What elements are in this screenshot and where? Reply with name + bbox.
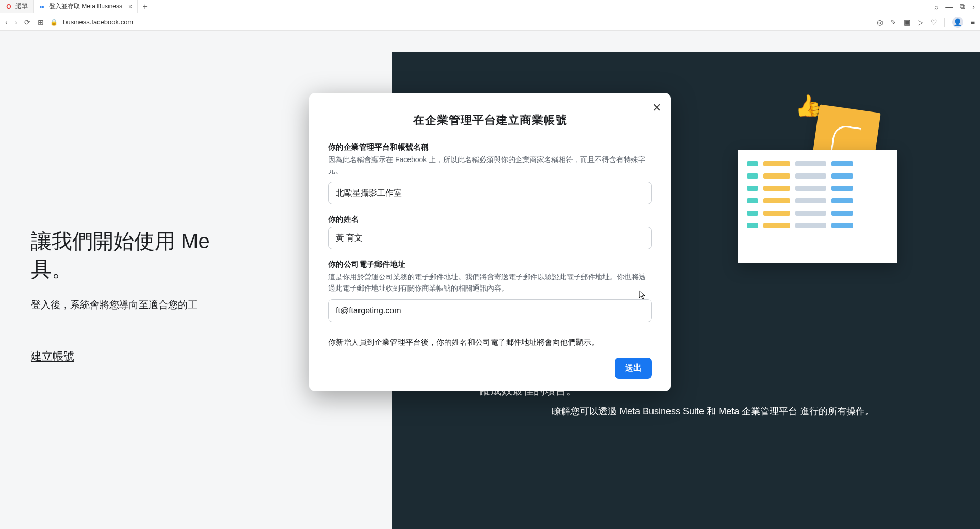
screenshot-icon[interactable]: ▣	[904, 18, 910, 26]
heart-icon[interactable]: ♡	[930, 18, 937, 26]
dialog-title: 在企業管理平台建立商業帳號	[328, 113, 652, 128]
label-business-name: 你的企業管理平台和帳號名稱	[328, 142, 652, 152]
edit-icon[interactable]: ✎	[890, 18, 896, 26]
toolbar: ‹ › ⟳ ⊞ 🔒 business.facebook.com ◎ ✎ ▣ ▷ …	[0, 13, 980, 31]
apps-button[interactable]: ⊞	[38, 18, 44, 26]
tab-label: 登入並存取 Meta Business	[49, 2, 122, 11]
back-button[interactable]: ‹	[5, 18, 8, 26]
lock-icon: 🔒	[50, 19, 58, 26]
send-icon[interactable]: ▷	[918, 18, 923, 26]
opera-favicon: O	[5, 3, 12, 10]
more-icon[interactable]: ›	[972, 3, 975, 11]
nav-arrows: ‹ › ⟳ ⊞	[5, 18, 44, 26]
modal-overlay: ✕ 在企業管理平台建立商業帳號 你的企業管理平台和帳號名稱 因為此名稱會顯示在 …	[0, 31, 980, 529]
minimize-icon[interactable]: —	[945, 3, 953, 11]
tab-menu[interactable]: O 選單	[0, 0, 34, 13]
reload-button[interactable]: ⟳	[24, 18, 30, 26]
tab-label: 選單	[15, 2, 28, 11]
submit-button[interactable]: 送出	[615, 358, 652, 379]
window-controls: ⌕ — ⧉ ›	[934, 0, 980, 13]
helper-business-name: 因為此名稱會顯示在 Facebook 上，所以此名稱必須與你的企業商家名稱相符，…	[328, 154, 652, 177]
field-email: 你的公司電子郵件地址 這是你用於營運公司業務的電子郵件地址。我們將會寄送電子郵件…	[328, 260, 652, 322]
address-bar[interactable]: 🔒 business.facebook.com	[50, 18, 133, 26]
meta-favicon: ∞	[39, 3, 46, 10]
close-icon[interactable]: ✕	[652, 101, 661, 115]
disclosure-note: 你新增人員到企業管理平台後，你的姓名和公司電子郵件地址將會向他們顯示。	[328, 335, 652, 349]
maximize-icon[interactable]: ⧉	[960, 2, 965, 11]
input-your-name[interactable]	[328, 227, 652, 249]
field-business-name: 你的企業管理平台和帳號名稱 因為此名稱會顯示在 Facebook 上，所以此名稱…	[328, 142, 652, 204]
url-text: business.facebook.com	[63, 18, 133, 26]
tab-active[interactable]: ∞ 登入並存取 Meta Business ×	[34, 0, 138, 13]
field-your-name: 你的姓名	[328, 215, 652, 249]
input-business-name[interactable]	[328, 182, 652, 204]
label-your-name: 你的姓名	[328, 215, 652, 225]
menu-icon[interactable]: ≡	[971, 18, 975, 26]
toolbar-right: ◎ ✎ ▣ ▷ ♡ 👤 ≡	[877, 17, 975, 28]
avatar[interactable]: 👤	[952, 17, 963, 28]
new-tab-button[interactable]: +	[138, 0, 152, 13]
input-email[interactable]	[328, 299, 652, 322]
create-business-dialog: ✕ 在企業管理平台建立商業帳號 你的企業管理平台和帳號名稱 因為此名稱會顯示在 …	[309, 93, 671, 391]
target-icon[interactable]: ◎	[877, 18, 883, 26]
helper-email: 這是你用於營運公司業務的電子郵件地址。我們將會寄送電子郵件以驗證此電子郵件地址。…	[328, 271, 652, 294]
tab-strip: O 選單 ∞ 登入並存取 Meta Business × +	[0, 0, 152, 13]
search-icon[interactable]: ⌕	[934, 3, 938, 11]
close-tab-icon[interactable]: ×	[128, 3, 132, 10]
label-email: 你的公司電子郵件地址	[328, 260, 652, 269]
forward-button[interactable]: ›	[15, 18, 18, 26]
tab-bar: O 選單 ∞ 登入並存取 Meta Business × + ⌕ — ⧉ ›	[0, 0, 980, 13]
